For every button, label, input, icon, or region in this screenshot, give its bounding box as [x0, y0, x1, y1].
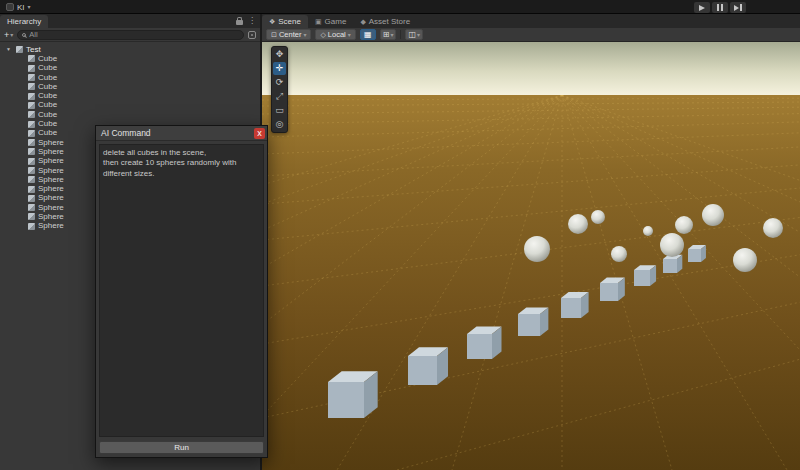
scene-sphere[interactable]	[591, 210, 605, 224]
scene-sphere[interactable]	[733, 248, 757, 272]
transform-tool-button[interactable]: ◎	[273, 118, 286, 131]
hierarchy-item[interactable]: Cube	[0, 64, 260, 73]
local-axis-icon: ◇	[320, 31, 325, 38]
chevron-down-icon: ▾	[348, 32, 351, 38]
hierarchy-search-input[interactable]: All	[17, 30, 244, 40]
gameobject-icon	[28, 111, 35, 118]
hierarchy-tabbar: Hierarchy ⋮	[0, 14, 260, 28]
prompt-line: delete all cubes in the scene,	[103, 148, 260, 158]
prompt-textarea[interactable]: delete all cubes in the scene, then crea…	[99, 144, 264, 437]
ki-menu-label: KI	[17, 3, 25, 12]
close-button[interactable]: x	[254, 128, 265, 139]
chevron-down-icon: ▾	[10, 32, 13, 38]
gameobject-icon	[28, 176, 35, 183]
snap-increment-button[interactable]: ◫ ▾	[405, 29, 423, 40]
pivot-icon: ⊡	[271, 31, 277, 38]
plus-icon: +	[4, 30, 9, 40]
pause-icon	[717, 4, 719, 11]
kebab-menu-icon[interactable]: ⋮	[248, 17, 256, 25]
scene-cube[interactable]	[518, 307, 548, 336]
tab-asset-store[interactable]: ◆ Asset Store	[353, 15, 417, 28]
scene-sphere[interactable]	[660, 233, 684, 257]
scene-sphere[interactable]	[611, 246, 627, 262]
hierarchy-item-label: Cube	[38, 111, 57, 119]
tab-game[interactable]: ▣ Game	[308, 15, 353, 28]
hierarchy-item[interactable]: Cube	[0, 91, 260, 100]
scene-picker-icon[interactable]	[248, 31, 256, 39]
scene-sphere[interactable]	[675, 216, 693, 234]
hierarchy-item-label: Cube	[38, 55, 57, 63]
scene-sphere[interactable]	[763, 218, 783, 238]
pivot-label: Center	[279, 30, 302, 39]
scene-cube[interactable]	[408, 347, 448, 385]
close-icon: x	[257, 129, 262, 138]
hierarchy-item[interactable]: Cube	[0, 54, 260, 63]
hierarchy-root-label: Test	[26, 46, 41, 54]
gameobject-icon	[28, 186, 35, 193]
scene-cube[interactable]	[663, 255, 682, 273]
hierarchy-item-label: Sphere	[38, 213, 64, 221]
lock-icon[interactable]	[236, 20, 243, 25]
chevron-down-icon: ▾	[303, 32, 306, 38]
play-icon	[699, 5, 705, 11]
scene-cube[interactable]	[688, 245, 706, 262]
step-icon-bar	[740, 4, 742, 11]
play-button[interactable]	[694, 2, 710, 13]
hierarchy-item-label: Sphere	[38, 222, 64, 230]
prompt-line: then create 10 spheres randomly with dif…	[103, 158, 260, 179]
ai-command-window: AI Command x delete all cubes in the sce…	[95, 125, 268, 458]
hierarchy-item[interactable]: Cube	[0, 101, 260, 110]
pause-button[interactable]	[712, 2, 728, 13]
grid-snap-icon: ▦	[364, 30, 372, 39]
hierarchy-toolbar: + ▾ All	[0, 28, 260, 42]
tab-hierarchy[interactable]: Hierarchy	[0, 15, 48, 28]
move-tool-button[interactable]: ✛	[273, 62, 286, 75]
gameobject-icon	[28, 121, 35, 128]
gameobject-icon	[28, 83, 35, 90]
scene-tabbar: ❖ Scene ▣ Game ◆ Asset Store	[262, 14, 800, 28]
run-button[interactable]: Run	[99, 441, 264, 454]
hierarchy-item[interactable]: Cube	[0, 73, 260, 82]
tab-scene[interactable]: ❖ Scene	[262, 15, 308, 28]
grid-visibility-button[interactable]: ⊞ ▾	[380, 29, 397, 40]
scene-cube[interactable]	[561, 292, 589, 318]
scene-sphere[interactable]	[643, 226, 653, 236]
step-button[interactable]	[730, 2, 746, 13]
ki-menu-button[interactable]: KI ▾	[3, 1, 34, 13]
scene-cube[interactable]	[328, 371, 378, 418]
hierarchy-item-label: Sphere	[38, 185, 64, 193]
scene-sphere[interactable]	[702, 204, 724, 226]
create-object-button[interactable]: + ▾	[4, 30, 13, 40]
foldout-arrow-icon[interactable]: ▼	[6, 47, 13, 52]
run-button-label: Run	[174, 443, 189, 452]
scene-sphere[interactable]	[524, 236, 550, 262]
scale-tool-button[interactable]: ⤢	[273, 90, 286, 103]
hierarchy-item[interactable]: Cube	[0, 82, 260, 91]
scene-tab-label: Scene	[278, 17, 301, 26]
scene-cube[interactable]	[600, 278, 625, 301]
rect-tool-button[interactable]: ▭	[273, 104, 286, 117]
ai-window-titlebar[interactable]: AI Command x	[96, 126, 267, 141]
search-placeholder: All	[29, 30, 37, 39]
rotate-tool-button[interactable]: ⟳	[273, 76, 286, 89]
view-tool-button[interactable]: ✥	[273, 48, 286, 61]
scene-sphere[interactable]	[568, 214, 588, 234]
gameobject-icon	[28, 158, 35, 165]
hierarchy-item-label: Sphere	[38, 167, 64, 175]
gameobject-icon	[28, 130, 35, 137]
scene-cube[interactable]	[467, 327, 502, 360]
playback-controls	[694, 2, 746, 13]
hierarchy-item[interactable]: Cube	[0, 110, 260, 119]
scene-tab-icon: ❖	[269, 18, 275, 25]
scene-3d-view[interactable]	[262, 42, 800, 470]
orientation-mode-button[interactable]: ◇ Local ▾	[315, 29, 355, 40]
hierarchy-item-label: Cube	[38, 92, 57, 100]
pivot-mode-button[interactable]: ⊡ Center ▾	[266, 29, 311, 40]
grid-snapping-button[interactable]: ▦	[360, 29, 376, 40]
scene-viewport[interactable]: ✥✛⟳⤢▭◎	[262, 42, 800, 470]
hierarchy-item-root[interactable]: ▼ Test	[0, 45, 260, 54]
gameobject-icon	[28, 65, 35, 72]
scene-cube[interactable]	[634, 265, 656, 286]
gameobject-icon	[28, 139, 35, 146]
gameobject-icon	[28, 55, 35, 62]
